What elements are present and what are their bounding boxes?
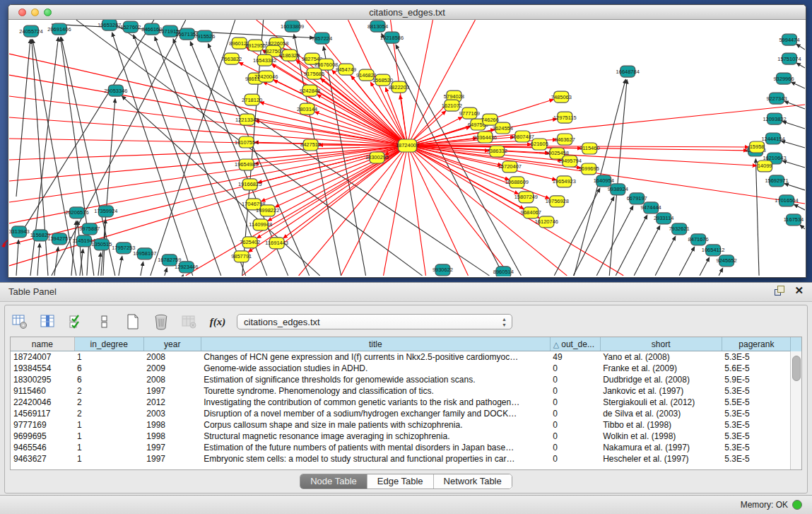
table-cell[interactable]: 2003 xyxy=(143,408,201,419)
table-cell[interactable]: 1997 xyxy=(143,442,201,453)
graph-node[interactable]: 7857224 xyxy=(312,33,332,44)
graph-node[interactable]: 24055724 xyxy=(19,25,42,37)
close-panel-icon[interactable]: ✕ xyxy=(794,286,804,296)
table-cell[interactable]: 2008 xyxy=(143,351,201,363)
graph-node[interactable]: 2718120 xyxy=(242,94,262,105)
scrollbar-thumb[interactable] xyxy=(792,356,801,381)
table-cell[interactable]: 1998 xyxy=(143,431,201,442)
table-cell[interactable]: 5.6E-5 xyxy=(722,363,791,374)
delete-icon[interactable] xyxy=(152,313,170,331)
graph-node[interactable]: 9930622 xyxy=(433,264,453,276)
table-cell[interactable]: 6 xyxy=(74,363,143,374)
select-column-icon[interactable] xyxy=(39,313,57,331)
graph-node[interactable]: 10958107 xyxy=(133,248,156,259)
graph-node[interactable]: 17957253 xyxy=(112,243,135,254)
table-cell[interactable]: Changes of HCN gene expression and I(f) … xyxy=(201,351,550,363)
graph-node[interactable]: 7663822 xyxy=(221,53,242,64)
window-titlebar[interactable]: citations_edges.txt xyxy=(8,5,806,20)
graph-node[interactable]: 7485063 xyxy=(551,91,572,103)
table-cell[interactable]: Jankovic et al. (1997) xyxy=(600,385,722,397)
table-cell[interactable]: Genome-wide association studies in ADHD. xyxy=(201,363,550,374)
table-cell[interactable]: 2008 xyxy=(143,374,201,385)
table-cell[interactable]: 0 xyxy=(550,397,600,408)
table-cell[interactable]: Estimation of significance thresholds fo… xyxy=(201,374,550,385)
graph-node[interactable]: 19654923 xyxy=(553,176,576,187)
table-cell[interactable]: 2012 xyxy=(143,397,201,408)
table-cell[interactable]: 1997 xyxy=(143,453,201,465)
graph-node[interactable]: 15958 xyxy=(750,141,765,153)
graph-node[interactable]: 2803144 xyxy=(297,103,317,115)
table-cell[interactable]: 1 xyxy=(74,419,143,431)
table-cell[interactable]: 18724007 xyxy=(11,351,74,363)
table-cell[interactable]: Nakamura et al. (1997) xyxy=(600,442,722,453)
table-cell[interactable]: 18300295 xyxy=(11,374,74,385)
table-cell[interactable]: 2 xyxy=(74,408,143,419)
table-cell[interactable]: 0 xyxy=(550,385,600,397)
graph-node[interactable]: 7386332 xyxy=(487,146,507,157)
graph-node[interactable]: 11691443 xyxy=(265,238,288,249)
table-cell[interactable]: 5.3E-5 xyxy=(722,442,791,453)
graph-node[interactable]: 10688609 xyxy=(505,177,529,188)
graph-node[interactable]: 8813054 xyxy=(367,21,388,32)
new-table-icon[interactable] xyxy=(124,313,142,331)
column-header-title[interactable]: title xyxy=(201,337,550,351)
graph-node[interactable]: 13942757 xyxy=(47,233,71,245)
graph-node[interactable]: 8454749 xyxy=(336,64,356,75)
table-cell[interactable]: 5.9E-5 xyxy=(722,374,791,385)
graph-node[interactable]: 7915526 xyxy=(194,30,215,42)
graph-node[interactable]: 9227343 xyxy=(766,93,787,104)
graph-node[interactable]: 16120746 xyxy=(535,216,558,228)
graph-node[interactable]: 6679197 xyxy=(627,193,647,204)
function-builder-icon[interactable]: f(x) xyxy=(208,313,227,331)
graph-node[interactable]: 9857791 xyxy=(231,251,252,262)
table-cell[interactable]: 0 xyxy=(550,431,600,442)
table-cell[interactable]: 19384554 xyxy=(11,363,74,374)
graph-node[interactable]: 9474444 xyxy=(641,202,661,214)
table-row[interactable]: 911546021997Tourette syndrome. Phenomeno… xyxy=(11,385,792,397)
table-cell[interactable]: 0 xyxy=(550,453,600,465)
table-cell[interactable]: 5.3E-5 xyxy=(722,453,791,465)
tab-edge-table[interactable]: Edge Table xyxy=(367,474,434,489)
graph-node[interactable]: 16648784 xyxy=(616,66,640,77)
table-row[interactable]: 977716911998Corpus callosum shape and si… xyxy=(11,419,792,431)
graph-node[interactable]: 8822203 xyxy=(389,81,409,93)
table-cell[interactable]: 6 xyxy=(74,374,143,385)
table-row[interactable]: 2242004622012Investigating the contribut… xyxy=(11,397,792,408)
graph-node[interactable]: 9777169 xyxy=(459,107,480,119)
table-cell[interactable]: Hescheler et al. (1997) xyxy=(600,453,722,465)
table-row[interactable]: 946554611997Estimation of the future num… xyxy=(11,442,792,453)
graph-node[interactable]: 9245652 xyxy=(717,255,737,267)
checklist-icon[interactable] xyxy=(67,313,86,331)
graph-node[interactable]: 12444154 xyxy=(761,133,784,144)
table-cell[interactable]: 2 xyxy=(74,385,143,397)
table-cell[interactable]: 9777169 xyxy=(11,419,74,431)
table-cell[interactable]: 9699695 xyxy=(11,431,74,442)
table-cell[interactable]: 0 xyxy=(550,408,600,419)
graph-node[interactable]: 2933114 xyxy=(654,213,674,224)
graph-node[interactable]: 9115460 xyxy=(579,143,600,154)
column-header-year[interactable]: year xyxy=(143,337,201,351)
table-row[interactable]: 1830029562008Estimation of significance … xyxy=(11,374,792,385)
column-header-short[interactable]: short xyxy=(600,337,722,351)
table-cell[interactable]: Tourette syndrome. Phenomenology and cla… xyxy=(201,385,550,397)
graph-node[interactable]: 15692971 xyxy=(765,175,788,187)
graph-node[interactable]: 14099 xyxy=(758,160,772,172)
table-cell[interactable]: 9465546 xyxy=(11,442,74,453)
graph-node[interactable]: 8427512 xyxy=(300,139,321,151)
graph-node[interactable]: 5994474 xyxy=(779,34,799,45)
graph-node[interactable]: 9699695 xyxy=(579,163,599,175)
table-select-dropdown[interactable]: citations_edges.txt ▲▼ xyxy=(237,314,512,329)
column-header-name[interactable]: name xyxy=(11,337,74,351)
graph-node[interactable]: 12093832 xyxy=(763,113,786,124)
table-cell[interactable]: 5.3E-5 xyxy=(722,385,791,397)
network-canvas[interactable]: 1872400724055724206914061065328715276028… xyxy=(9,20,805,276)
table-cell[interactable]: de Silva et al. (2003) xyxy=(600,408,722,419)
graph-node[interactable]: 10654112 xyxy=(702,245,725,256)
graph-node[interactable]: 9684067 xyxy=(521,207,541,218)
graph-node[interactable]: 18107554 xyxy=(235,136,258,148)
table-scrollbar[interactable] xyxy=(790,351,801,469)
table-cell[interactable]: 1998 xyxy=(143,419,201,431)
graph-node[interactable]: 621605 xyxy=(531,139,548,150)
table-cell[interactable]: Yano et al. (2008) xyxy=(600,351,722,363)
table-cell[interactable]: Tibbo et al. (1998) xyxy=(600,419,722,431)
